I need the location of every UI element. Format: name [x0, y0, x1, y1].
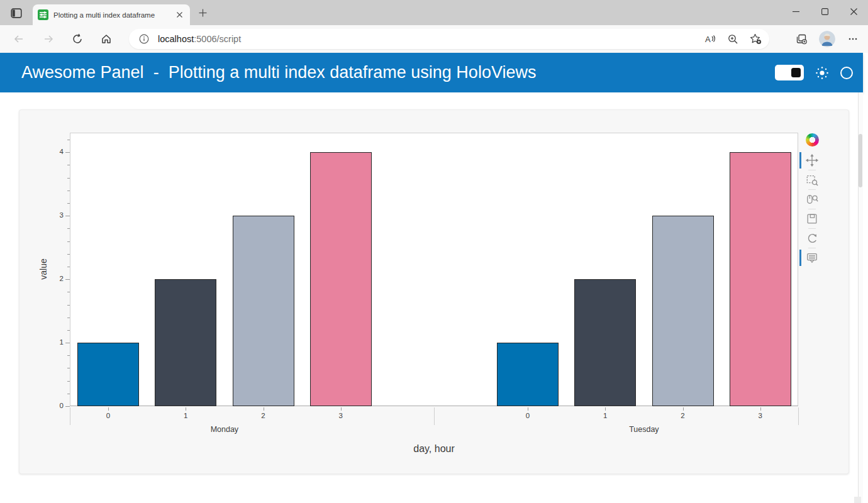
- page-title: Plotting a multi index dataframe using H…: [169, 63, 537, 82]
- y-axis-minor-tick: [67, 368, 70, 368]
- y-axis-minor-tick: [67, 318, 70, 318]
- y-axis-minor-tick: [67, 254, 70, 255]
- svg-text:A: A: [705, 35, 711, 44]
- y-axis-minor-tick: [67, 178, 70, 179]
- x-group-label: Tuesday: [606, 425, 682, 434]
- window-close-icon[interactable]: [839, 0, 868, 23]
- url-text: localhost:5006/script: [158, 34, 241, 44]
- y-tick-label: 2: [33, 275, 64, 282]
- y-axis-tick: [65, 343, 70, 343]
- site-info-icon[interactable]: [136, 31, 152, 47]
- bokeh-toolbar: [804, 133, 820, 265]
- collections-icon[interactable]: [794, 31, 809, 47]
- x-axis-tick: [186, 407, 186, 411]
- y-axis-minor-tick: [67, 228, 70, 229]
- back-icon[interactable]: [9, 29, 29, 49]
- x-hour-label: 0: [96, 412, 121, 419]
- y-axis-tick: [65, 406, 70, 407]
- busy-indicator: [840, 67, 853, 79]
- x-group-label: Monday: [187, 425, 262, 434]
- header-actions: [775, 53, 853, 92]
- save-tool-icon[interactable]: [805, 212, 819, 226]
- browser-tab[interactable]: Plotting a multi index dataframe: [33, 4, 190, 25]
- bokeh-logo-icon[interactable]: [806, 133, 819, 146]
- y-tick-label: 3: [33, 211, 64, 219]
- x-hour-label: 0: [515, 412, 540, 419]
- app-header: Awesome Panel - Plotting a multi index d…: [0, 53, 863, 92]
- bar: [233, 216, 294, 406]
- y-axis-minor-tick: [67, 305, 70, 306]
- browser-nav-bar: localhost:5006/script A: [0, 25, 868, 53]
- group-separator: [434, 407, 435, 425]
- profile-avatar[interactable]: [819, 31, 835, 47]
- more-menu-icon[interactable]: [845, 31, 860, 47]
- x-axis-tick: [760, 407, 761, 411]
- y-axis-minor-tick: [67, 292, 70, 292]
- x-hour-label: 3: [328, 412, 353, 419]
- y-axis-minor-tick: [67, 191, 70, 191]
- y-axis-minor-tick: [67, 203, 70, 204]
- y-axis-minor-tick: [67, 381, 70, 382]
- home-icon[interactable]: [96, 29, 116, 49]
- x-axis-tick: [528, 407, 528, 411]
- app-brand[interactable]: Awesome Panel: [21, 63, 144, 82]
- browser-tab-strip: Plotting a multi index dataframe: [0, 0, 868, 25]
- app-page: value day, hour: [0, 92, 863, 503]
- reset-tool-icon[interactable]: [805, 231, 819, 245]
- x-axis-tick: [341, 407, 342, 411]
- bar: [497, 343, 559, 406]
- group-separator: [70, 407, 70, 425]
- y-tick-label: 0: [33, 402, 64, 409]
- y-axis-tick: [65, 279, 70, 280]
- window-maximize-icon[interactable]: [810, 0, 839, 23]
- url-host: localhost: [158, 34, 194, 44]
- theme-toggle[interactable]: [775, 65, 804, 80]
- x-hour-label: 2: [251, 412, 276, 419]
- x-axis-tick: [264, 407, 264, 411]
- window-controls: [781, 0, 868, 23]
- add-favorite-icon[interactable]: [748, 31, 763, 47]
- header-dash: -: [153, 63, 159, 82]
- y-axis-minor-tick: [67, 330, 70, 331]
- y-axis-minor-tick: [67, 394, 70, 394]
- x-hour-label: 3: [748, 412, 773, 419]
- scrollbar-corner: [854, 497, 861, 503]
- read-aloud-icon[interactable]: A: [703, 31, 718, 47]
- x-axis-tick: [605, 407, 606, 411]
- y-axis-minor-tick: [67, 267, 70, 267]
- bar: [730, 152, 791, 406]
- wheel-zoom-tool-icon[interactable]: [805, 192, 819, 206]
- group-separator: [798, 407, 799, 425]
- bar: [77, 343, 139, 406]
- bar: [310, 152, 372, 406]
- url-bar-actions: A: [703, 31, 763, 47]
- tab-title: Plotting a multi index dataframe: [53, 11, 174, 19]
- vertical-tabs-icon[interactable]: [9, 6, 24, 21]
- x-axis-tick: [108, 407, 109, 411]
- x-hour-label: 2: [670, 412, 696, 419]
- hover-tool-icon[interactable]: [805, 251, 819, 265]
- box-zoom-tool-icon[interactable]: [805, 173, 819, 187]
- x-axis-tick: [683, 407, 684, 411]
- tab-close-icon[interactable]: [174, 9, 185, 21]
- forward-icon[interactable]: [38, 29, 58, 49]
- zoom-in-icon[interactable]: [725, 31, 740, 47]
- sun-icon[interactable]: [814, 65, 830, 81]
- chart-card: value day, hour: [19, 109, 849, 474]
- nav-right-actions: [794, 29, 860, 49]
- new-tab-icon[interactable]: [196, 6, 209, 19]
- scrollbar-thumb[interactable]: [859, 134, 862, 187]
- y-axis-minor-tick: [67, 140, 70, 140]
- theme-toggle-knob: [791, 68, 801, 77]
- window-minimize-icon[interactable]: [781, 0, 810, 23]
- y-axis-tick: [65, 152, 70, 153]
- page-scrollbar[interactable]: [858, 92, 863, 503]
- y-axis-minor-tick: [67, 241, 70, 242]
- refresh-icon[interactable]: [67, 29, 87, 49]
- bar: [155, 279, 216, 406]
- pan-tool-icon[interactable]: [805, 153, 819, 167]
- x-axis-label: day, hour: [283, 443, 585, 455]
- x-hour-label: 1: [593, 412, 618, 419]
- panel-favicon-icon: [38, 9, 48, 20]
- url-bar[interactable]: localhost:5006/script A: [129, 29, 769, 49]
